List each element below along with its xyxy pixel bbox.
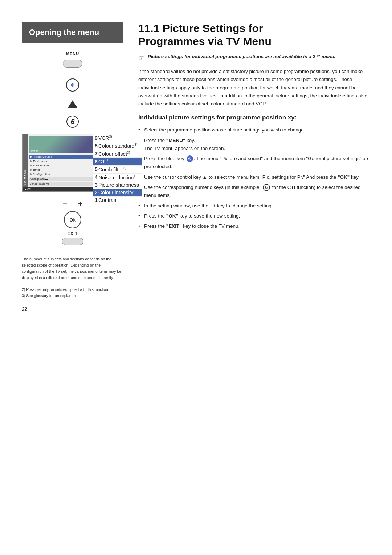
number-six-icon: 6 (66, 116, 79, 128)
bullet-item-6: In the setting window, use the - + key t… (138, 202, 370, 210)
submenu-num: 4 (95, 174, 98, 180)
tv-cti-label: ▶ CTI (25, 188, 31, 191)
plus-minus-row: − + (62, 199, 83, 209)
section-number: 11.1 (138, 22, 163, 34)
submenu-item-1[interactable]: 1 Contrast (93, 197, 142, 204)
submenu-num: 5 (95, 166, 98, 172)
bullet-item-8: Press the "EXIT" key to close the TV men… (138, 222, 370, 230)
arrow-up-icon (68, 100, 78, 108)
submenu-item-6[interactable]: 6 CTI1) (93, 158, 142, 166)
section-title: 11.1 Picture Settings for Programmes via… (138, 22, 370, 48)
exit-pill-button[interactable] (62, 238, 83, 245)
ok-button[interactable]: Ok (64, 211, 81, 228)
submenu-item-2[interactable]: 2 Colour intensity (93, 189, 142, 197)
submenu-item-3[interactable]: 3 Picture sharpness (93, 181, 142, 189)
body-paragraph: If the standard values do not provide a … (138, 68, 370, 108)
ok-label: Ok (69, 217, 75, 223)
bullet-list: Select the programme position whose pict… (138, 126, 370, 230)
tv-screen-mockup: TV-Menu Picture·Volume AV device (22, 134, 123, 192)
menu-controls: MENU 6 (22, 52, 123, 128)
tv-accept-label: Accept value with (30, 182, 50, 185)
bullet-text: Press the "MENU" key.The TV menu appears… (144, 138, 225, 151)
submenu-num: 7 (95, 151, 98, 157)
submenu-num: 2 (95, 190, 98, 195)
submenu-label: Contrast (98, 197, 118, 203)
submenu-num: 3 (95, 182, 98, 188)
submenu-label: Colour offset3) (98, 151, 130, 157)
tv-sidebar-label: TV-Menu (23, 134, 28, 187)
opening-menu-box: Opening the menu (22, 22, 123, 43)
right-column: 11.1 Picture Settings for Programmes via… (131, 22, 370, 312)
submenu-item-5[interactable]: 5 Comb filter2,3) (93, 166, 142, 174)
left-footnote-2: 2) Possible only on sets equipped with t… (22, 287, 123, 293)
menu-pill-button[interactable] (63, 60, 82, 68)
bullet-text: Press the "EXIT" key to close the TV men… (144, 223, 240, 229)
bullet-item-4: Use the cursor control key ▲ to select t… (138, 173, 370, 181)
bullet-text: Select the programme position whose pict… (144, 127, 305, 133)
subsection-title: Individual picture settings for programm… (138, 114, 370, 122)
note-text: Picture settings for individual programm… (148, 53, 335, 60)
bullet-text: Press the "OK" key to save the new setti… (144, 213, 240, 219)
submenu-item-9[interactable]: 9 VCR3) (93, 134, 142, 142)
submenu-label: Noise reduction1) (98, 174, 136, 181)
submenu-label: CTI1) (98, 158, 110, 165)
remote-bottom-controls: − + Ok EXIT (22, 199, 123, 245)
submenu-num: 8 (95, 143, 98, 149)
bullet-item-3: Press the blue key ⊙. The menu "Picture … (138, 155, 370, 171)
bullet-item-5: Use the corresponding numeric keys (in t… (138, 183, 370, 200)
submenu-label: Colour intensity (98, 190, 134, 195)
tv-change-label: Change with ▬ (30, 178, 48, 180)
menu-button-label[interactable]: MENU (66, 52, 79, 56)
tv-menu-item-label: AV devices (33, 159, 47, 163)
blue-key-inline-icon: ⊙ (187, 155, 193, 162)
bullet-text: In the setting window, use the - + key t… (144, 203, 273, 208)
note-icon: ☞ (138, 54, 144, 62)
bullet-item-1: Select the programme position whose pict… (138, 126, 370, 134)
tv-menu-item-label: Station table (33, 164, 49, 167)
left-column: Opening the menu MENU (22, 22, 131, 312)
submenu-num: 6 (95, 159, 98, 165)
bullet-item-7: Press the "OK" key to save the new setti… (138, 212, 370, 220)
submenu-item-8[interactable]: 8 Colour standard3) (93, 142, 142, 150)
note-block: ☞ Picture settings for individual progra… (138, 53, 370, 62)
tv-submenu: 9 VCR3) 8 Colour standard3) 7 Colour off… (93, 134, 142, 204)
plus-button[interactable]: + (78, 199, 83, 209)
submenu-item-4[interactable]: 4 Noise reduction1) (93, 174, 142, 182)
tv-menu-item-label: Timer (33, 168, 40, 171)
submenu-label: Picture sharpness (98, 182, 139, 188)
bullet-item-2: Press the "MENU" key.The TV menu appears… (138, 137, 370, 153)
submenu-num: 1 (95, 197, 98, 203)
bullet-text: Use the corresponding numeric keys (in t… (144, 185, 361, 198)
bullet-text: Use the cursor control key ▲ to select t… (144, 174, 360, 180)
tv-menu-item-label: Picture·Volume (33, 155, 52, 158)
minus-button[interactable]: − (62, 199, 67, 209)
submenu-num: 9 (95, 135, 98, 141)
exit-label: EXIT (68, 231, 78, 236)
submenu-label: Comb filter2,3) (98, 166, 128, 173)
section-title-line2: Programmes via TV Menu (138, 35, 271, 47)
section-title-line1: Picture Settings for (163, 22, 263, 34)
submenu-item-7[interactable]: 7 Colour offset3) (93, 150, 142, 158)
submenu-label: Colour standard3) (98, 143, 138, 149)
opening-menu-label: Opening the menu (29, 28, 99, 37)
number-six-inline-icon: 6 (263, 184, 270, 191)
left-footnote-3: 3) See glossary for an explanation. (22, 293, 123, 299)
left-footnote-intro: The number of subjects and sections depe… (22, 256, 123, 280)
blue-key-icon (66, 78, 79, 92)
page-number: 22 (22, 306, 123, 312)
bullet-text: Press the blue key ⊙. The menu "Picture … (144, 156, 370, 169)
submenu-label: VCR3) (98, 135, 112, 141)
tv-menu-item-label: Configuration (33, 173, 50, 176)
left-footnotes: The number of subjects and sections depe… (22, 256, 123, 299)
